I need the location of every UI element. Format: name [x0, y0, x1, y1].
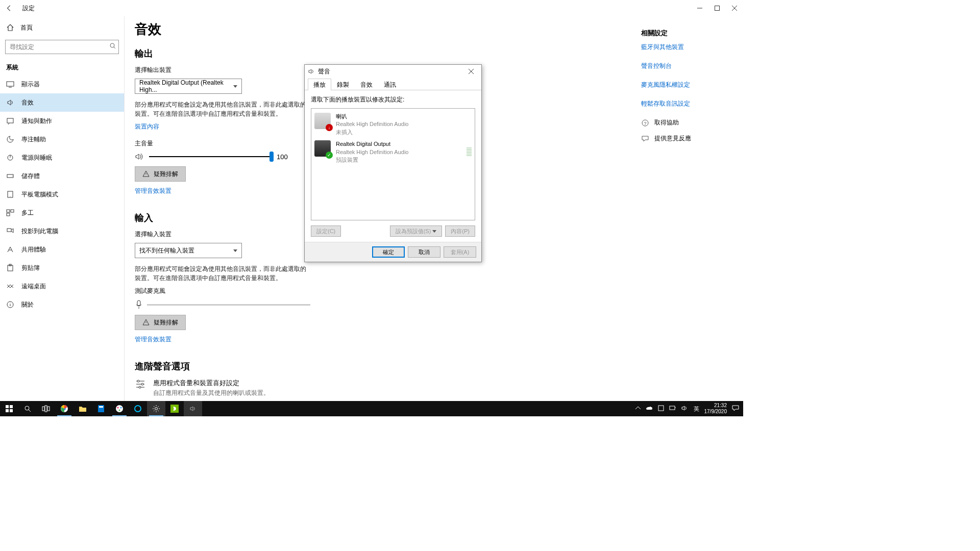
sidebar-item-remote[interactable]: 遠端桌面: [0, 277, 124, 295]
svg-point-12: [10, 196, 11, 197]
input-device-dropdown[interactable]: 找不到任何輸入裝置: [135, 243, 242, 258]
chrome-app-icon[interactable]: [55, 401, 74, 416]
tab-playback[interactable]: 播放: [308, 79, 331, 90]
sound-app-icon[interactable]: [184, 401, 202, 416]
sidebar-item-display[interactable]: 顯示器: [0, 75, 124, 93]
volume-slider[interactable]: [149, 156, 272, 157]
sliders-icon: [135, 379, 146, 390]
input-device-value: 找不到任何輸入裝置: [139, 246, 194, 255]
device-properties-link[interactable]: 裝置內容: [135, 122, 159, 131]
sidebar-item-about[interactable]: 關於: [0, 295, 124, 314]
dialog-close-button[interactable]: [464, 66, 478, 77]
tray-volume-icon[interactable]: [681, 405, 689, 412]
tab-sounds[interactable]: 音效: [355, 79, 378, 90]
device-item-speaker[interactable]: ↓ 喇叭 Realtek High Definition Audio 未插入: [313, 111, 473, 138]
sidebar-item-sound[interactable]: 音效: [0, 93, 124, 112]
tray-security-icon[interactable]: [658, 405, 664, 412]
output-troubleshoot-button[interactable]: 疑難排解: [135, 166, 186, 182]
link-mic-privacy[interactable]: 麥克風隱私權設定: [641, 81, 737, 89]
minimize-button[interactable]: [691, 0, 708, 16]
tray-notifications-icon[interactable]: [732, 405, 739, 413]
sidebar-item-label: 儲存體: [21, 172, 40, 181]
properties-button[interactable]: 內容(P): [445, 226, 475, 237]
search-button[interactable]: [18, 401, 37, 416]
svg-rect-1: [715, 6, 720, 11]
maximize-button[interactable]: [708, 0, 726, 16]
get-help-label: 取得協助: [654, 118, 679, 127]
link-bluetooth[interactable]: 藍牙與其他裝置: [641, 43, 737, 52]
tray-expand-icon[interactable]: [635, 406, 641, 412]
link-ease-audio[interactable]: 輕鬆存取音訊設定: [641, 99, 737, 108]
unplugged-badge-icon: ↓: [326, 124, 333, 131]
sidebar-item-storage[interactable]: 儲存體: [0, 167, 124, 185]
tray-clock[interactable]: 21:32 17/9/2020: [704, 403, 727, 415]
ok-button[interactable]: 確定: [372, 246, 405, 258]
output-device-dropdown[interactable]: Realtek Digital Output (Realtek High...: [135, 79, 242, 94]
svg-rect-33: [10, 409, 13, 412]
settings-app-icon[interactable]: [147, 401, 165, 416]
manage-input-devices-link[interactable]: 管理音效裝置: [135, 335, 172, 344]
manage-output-devices-link[interactable]: 管理音效裝置: [135, 187, 172, 195]
app-volume-item[interactable]: 應用程式音量和裝置喜好設定 自訂應用程式音量及其使用的喇叭或裝置。: [135, 379, 631, 397]
configure-button[interactable]: 設定(C): [311, 226, 341, 237]
volume-value: 100: [277, 153, 288, 161]
tab-recording[interactable]: 錄製: [331, 79, 355, 90]
sidebar-item-label: 多工: [21, 209, 34, 217]
sidebar-item-focus[interactable]: 專注輔助: [0, 130, 124, 148]
dialog-instruction: 選取下面的播放裝置以修改其設定:: [311, 95, 475, 104]
svg-rect-36: [42, 407, 44, 411]
feedback-label: 提供意見反應: [654, 134, 691, 143]
sidebar-item-tablet[interactable]: 平板電腦模式: [0, 185, 124, 204]
default-badge-icon: ✓: [326, 152, 333, 159]
start-button[interactable]: [0, 401, 18, 416]
svg-rect-16: [7, 229, 11, 232]
sidebar-home[interactable]: 首頁: [0, 18, 124, 37]
chevron-down-icon: [432, 230, 436, 233]
link-sound-panel[interactable]: 聲音控制台: [641, 62, 737, 70]
give-feedback[interactable]: 提供意見反應: [641, 134, 737, 143]
output-device-value: Realtek Digital Output (Realtek High...: [139, 79, 233, 93]
nvidia-app-icon[interactable]: [165, 401, 184, 416]
explorer-app-icon[interactable]: [74, 401, 92, 416]
sidebar-item-notifications[interactable]: 通知與動作: [0, 112, 124, 130]
cancel-button[interactable]: 取消: [408, 246, 440, 258]
sidebar-item-power[interactable]: 電源與睡眠: [0, 148, 124, 167]
task-view-button[interactable]: [37, 401, 55, 416]
input-troubleshoot-button[interactable]: 疑難排解: [135, 315, 186, 330]
close-button[interactable]: [726, 0, 743, 16]
device-item-digital[interactable]: ✓ Realtek Digital Output Realtek High De…: [313, 138, 473, 166]
sidebar-item-multitask[interactable]: 多工: [0, 204, 124, 222]
tray-ime-icon[interactable]: 英: [694, 405, 699, 413]
test-mic-label: 測試麥克風: [135, 287, 631, 295]
device-name: 喇叭: [336, 113, 408, 120]
level-meter: [467, 147, 472, 157]
output-description: 部分應用程式可能會設定為使用其他音訊裝置，而非此處選取的裝置。可在進階音訊選項中…: [135, 100, 308, 118]
device-sub: Realtek High Definition Audio: [336, 148, 408, 156]
svg-point-34: [25, 406, 29, 410]
cortana-app-icon[interactable]: [129, 401, 147, 416]
sidebar-item-clipboard[interactable]: 剪貼簿: [0, 259, 124, 277]
get-help[interactable]: ? 取得協助: [641, 118, 737, 127]
svg-text:?: ?: [644, 121, 646, 126]
back-button[interactable]: [4, 3, 14, 13]
tab-communications[interactable]: 通訊: [378, 79, 402, 90]
apply-button[interactable]: 套用(A): [444, 246, 476, 258]
calculator-app-icon[interactable]: [92, 401, 110, 416]
window-title: 設定: [22, 4, 35, 13]
sidebar-item-projecting[interactable]: 投影到此電腦: [0, 222, 124, 240]
adv-title: 應用程式音量和裝置喜好設定: [153, 379, 270, 388]
tray-onedrive-icon[interactable]: [646, 406, 653, 412]
search-input[interactable]: [5, 40, 119, 54]
svg-rect-32: [6, 409, 9, 412]
sound-dialog: 聲音 播放 錄製 音效 通訊 選取下面的播放裝置以修改其設定: ↓ 喇叭 Rea…: [304, 64, 482, 262]
set-default-button[interactable]: 設為預設值(S): [390, 226, 443, 237]
sidebar-item-label: 音效: [21, 98, 34, 107]
clock-date: 17/9/2020: [704, 409, 727, 415]
sidebar-item-shared[interactable]: 共用體驗: [0, 240, 124, 259]
svg-point-43: [116, 405, 123, 412]
tray-network-icon[interactable]: [669, 405, 676, 412]
paint-app-icon[interactable]: [110, 401, 129, 416]
svg-point-44: [117, 407, 119, 409]
device-list[interactable]: ↓ 喇叭 Realtek High Definition Audio 未插入 ✓…: [311, 108, 475, 220]
microphone-icon: [135, 299, 143, 310]
